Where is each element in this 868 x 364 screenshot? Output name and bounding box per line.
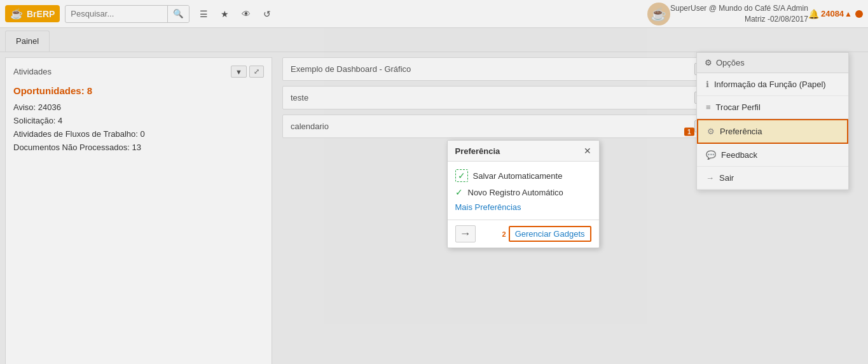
step2-badge: 2 — [502, 230, 506, 238]
modal-overlay: Preferência ✕ ✓ Salvar Automaticamente ✓… — [0, 0, 868, 364]
main-content: Atividades ▼ ⤢ Oportunidades: 8 Aviso: 2… — [0, 52, 868, 364]
manage-gadgets-container: 2 Gerenciar Gadgets — [502, 226, 591, 242]
modal-close-button[interactable]: ✕ — [584, 146, 591, 156]
check-icon-novo: ✓ — [455, 187, 463, 197]
modal-title: Preferência — [455, 146, 500, 156]
manage-gadgets-button[interactable]: Gerenciar Gadgets — [509, 226, 591, 242]
modal-save-button[interactable]: → — [455, 225, 476, 242]
check-item-novo: ✓ Novo Registro Automático — [455, 187, 591, 197]
dashed-check-icon: ✓ — [455, 169, 468, 182]
modal-header: Preferência ✕ — [448, 141, 599, 162]
check-item-novo-label: Novo Registro Automático — [468, 188, 563, 197]
check-item-salvar: ✓ Salvar Automaticamente — [455, 169, 591, 182]
mais-preferencias-link[interactable]: Mais Preferências — [455, 202, 591, 212]
modal-body: ✓ Salvar Automaticamente ✓ Novo Registro… — [448, 162, 599, 220]
preferencia-modal: Preferência ✕ ✓ Salvar Automaticamente ✓… — [447, 140, 600, 248]
check-item-salvar-label: Salvar Automaticamente — [473, 171, 563, 181]
modal-footer: → 2 Gerenciar Gadgets — [448, 220, 599, 248]
